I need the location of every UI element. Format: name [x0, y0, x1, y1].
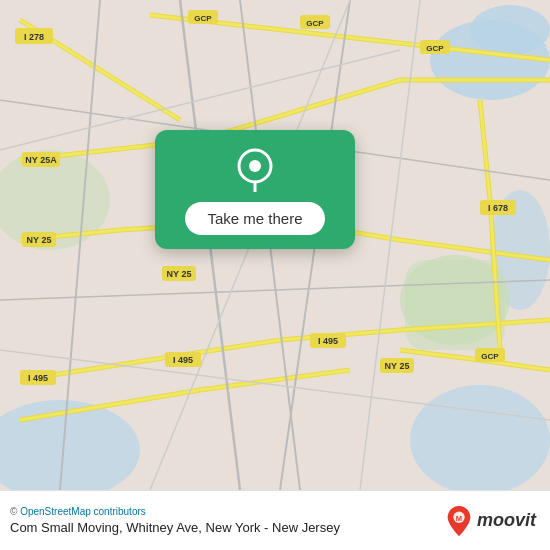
- map-container: I 278 GCP GCP GCP NY 25A NY 25 NY 25 I 4…: [0, 0, 550, 490]
- svg-rect-7: [405, 260, 505, 350]
- svg-text:NY 25A: NY 25A: [25, 155, 57, 165]
- osm-link[interactable]: OpenStreetMap contributors: [20, 506, 146, 517]
- svg-text:NY 25: NY 25: [385, 361, 410, 371]
- moovit-wordmark: moovit: [477, 510, 536, 531]
- take-me-there-button[interactable]: Take me there: [185, 202, 324, 235]
- copyright-symbol: ©: [10, 506, 17, 517]
- svg-text:I 678: I 678: [488, 203, 508, 213]
- svg-text:GCP: GCP: [481, 352, 499, 361]
- bottom-bar: © OpenStreetMap contributors Com Small M…: [0, 490, 550, 550]
- svg-text:M: M: [456, 514, 462, 523]
- svg-point-4: [410, 385, 550, 490]
- location-pin-icon: [233, 148, 277, 192]
- popup-card: Take me there: [155, 130, 355, 249]
- bottom-info: © OpenStreetMap contributors Com Small M…: [10, 506, 340, 535]
- svg-text:NY 25: NY 25: [167, 269, 192, 279]
- svg-text:GCP: GCP: [306, 19, 324, 28]
- svg-text:GCP: GCP: [426, 44, 444, 53]
- osm-credit: © OpenStreetMap contributors: [10, 506, 340, 517]
- location-text: Com Small Moving, Whitney Ave, New York …: [10, 520, 340, 535]
- svg-text:I 278: I 278: [24, 32, 44, 42]
- svg-text:I 495: I 495: [28, 373, 48, 383]
- svg-text:GCP: GCP: [194, 14, 212, 23]
- moovit-pin-icon: M: [445, 504, 473, 538]
- svg-text:I 495: I 495: [318, 336, 338, 346]
- svg-text:I 495: I 495: [173, 355, 193, 365]
- svg-point-2: [470, 5, 550, 55]
- svg-point-39: [249, 160, 261, 172]
- moovit-logo: M moovit: [445, 504, 536, 538]
- svg-text:NY 25: NY 25: [27, 235, 52, 245]
